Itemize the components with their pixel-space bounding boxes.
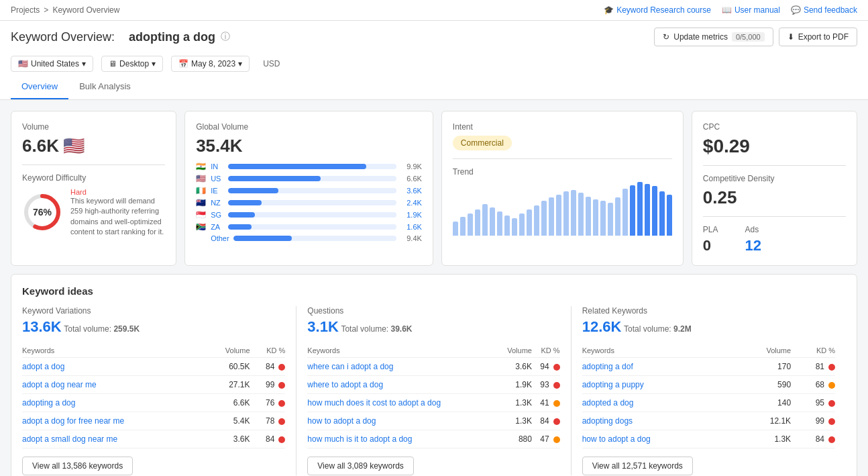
kw-link[interactable]: where to adopt a dog bbox=[307, 380, 383, 389]
bar-value: 1.6K bbox=[400, 223, 422, 231]
trend-bar bbox=[622, 189, 628, 236]
bar-fill bbox=[228, 200, 262, 205]
global-bar-row: 🇿🇦 ZA 1.6K bbox=[196, 222, 422, 232]
bar-value: 6.6K bbox=[400, 175, 422, 183]
country-code[interactable]: US bbox=[211, 175, 224, 183]
breadcrumb: Projects > Keyword Overview bbox=[11, 5, 119, 15]
col-header-vol: Volume bbox=[736, 344, 791, 358]
kw-cell: how to adopt a dog bbox=[307, 412, 496, 430]
bar-track bbox=[233, 236, 396, 241]
kd-cell: 94 bbox=[532, 358, 560, 376]
kd-dot-icon bbox=[553, 400, 560, 407]
kw-link[interactable]: adopting a puppy bbox=[582, 380, 644, 389]
country-filter[interactable]: 🇺🇸 United States ▾ bbox=[11, 56, 93, 72]
kd-dot-icon bbox=[553, 436, 560, 443]
kd-dot-icon bbox=[828, 436, 835, 443]
col-count[interactable]: 12.6K bbox=[582, 318, 622, 335]
kw-table: Keywords Volume KD % where can i adopt a… bbox=[307, 344, 559, 448]
chevron-down-icon: ▾ bbox=[82, 59, 86, 68]
update-count: 0/5,000 bbox=[732, 32, 765, 42]
col-header-kd: KD % bbox=[250, 344, 286, 358]
chevron-down-icon: ▾ bbox=[238, 59, 242, 68]
top-links: 🎓 Keyword Research course 📖 User manual … bbox=[604, 5, 857, 15]
kw-link[interactable]: adopting a dof bbox=[582, 362, 633, 371]
volume-value: 6.6K 🇺🇸 bbox=[22, 136, 165, 156]
tabs: Overview Bulk Analysis bbox=[11, 76, 857, 99]
tab-overview[interactable]: Overview bbox=[11, 76, 68, 99]
keyword-ideas-section: Keyword ideas Keyword Variations 13.6K T… bbox=[11, 274, 857, 476]
kd-cell: 68 bbox=[791, 376, 835, 394]
table-row: how much is it to adopt a dog 880 47 bbox=[307, 430, 559, 448]
kw-link[interactable]: adopting a dog bbox=[22, 398, 75, 408]
user-manual-link[interactable]: 📖 User manual bbox=[722, 5, 780, 15]
bar-value: 3.6K bbox=[400, 187, 422, 195]
kw-link[interactable]: how much does it cost to adopt a dog bbox=[307, 398, 441, 408]
vol-cell: 60.5K bbox=[206, 358, 250, 376]
pla-item: PLA 0 bbox=[703, 225, 718, 254]
kw-cell: where to adopt a dog bbox=[307, 376, 496, 394]
country-code[interactable]: IN bbox=[211, 162, 224, 171]
kw-link[interactable]: where can i adopt a dog bbox=[307, 362, 393, 371]
kw-link[interactable]: how to adopt a dog bbox=[582, 434, 651, 444]
trend-bar bbox=[490, 207, 495, 236]
bar-track bbox=[228, 224, 396, 230]
col-header-kd: KD % bbox=[791, 344, 835, 358]
device-filter[interactable]: 🖥 Desktop ▾ bbox=[101, 56, 163, 72]
tab-bulk-analysis[interactable]: Bulk Analysis bbox=[68, 76, 142, 99]
country-code[interactable]: SG bbox=[211, 211, 224, 219]
trend-bar bbox=[652, 186, 657, 236]
col-count[interactable]: 13.6K bbox=[22, 318, 62, 335]
kw-cell: adopting dogs bbox=[582, 412, 736, 430]
kw-link[interactable]: adopting dogs bbox=[582, 416, 633, 426]
breadcrumb-projects[interactable]: Projects bbox=[11, 5, 40, 15]
export-pdf-button[interactable]: ⬇ Export to PDF bbox=[779, 28, 857, 46]
kw-link[interactable]: how much is it to adopt a dog bbox=[307, 434, 412, 444]
view-all-related-button[interactable]: View all 12,571 keywords bbox=[582, 457, 693, 475]
table-row: adopting a dof 170 81 bbox=[582, 358, 835, 376]
kd-dot-icon bbox=[278, 436, 285, 443]
table-row: how much does it cost to adopt a dog 1.3… bbox=[307, 394, 559, 412]
country-code[interactable]: NZ bbox=[211, 199, 224, 207]
kw-link[interactable]: adopted a dog bbox=[582, 398, 634, 408]
kw-link[interactable]: adopt a dog near me bbox=[22, 380, 97, 389]
col-header-kd: KD % bbox=[532, 344, 560, 358]
date-filter[interactable]: 📅 May 8, 2023 ▾ bbox=[171, 56, 250, 72]
vol-cell: 27.1K bbox=[206, 376, 250, 394]
kd-value: 76% bbox=[33, 207, 52, 218]
kw-cell: adopting a dof bbox=[582, 358, 736, 376]
trend-bar bbox=[556, 195, 561, 236]
ideas-grid: Keyword Variations 13.6K Total volume: 2… bbox=[22, 306, 846, 475]
pla-value: 0 bbox=[703, 237, 718, 254]
bar-fill bbox=[228, 224, 252, 230]
view-all-variations-button[interactable]: View all 13,586 keywords bbox=[22, 457, 133, 475]
vol-cell: 3.6K bbox=[206, 430, 250, 448]
country-code[interactable]: ZA bbox=[211, 223, 224, 231]
keyword-research-course-link[interactable]: 🎓 Keyword Research course bbox=[604, 5, 711, 15]
update-metrics-button[interactable]: ↻ Update metrics 0/5,000 bbox=[654, 28, 773, 46]
global-bar-row: 🇺🇸 US 6.6K bbox=[196, 174, 422, 183]
comp-density-value: 0.25 bbox=[703, 187, 846, 208]
intent-badge: Commercial bbox=[453, 136, 512, 150]
view-all-questions-button[interactable]: View all 3,089 keywords bbox=[307, 457, 414, 475]
table-row: how to adopt a dog 1.3K 84 bbox=[307, 412, 559, 430]
ads-label: Ads bbox=[745, 225, 761, 234]
kw-cell: adopt a dog near me bbox=[22, 376, 206, 394]
top-bar: Projects > Keyword Overview 🎓 Keyword Re… bbox=[0, 0, 868, 21]
kw-cell: where can i adopt a dog bbox=[307, 358, 496, 376]
intent-card: Intent Commercial Trend bbox=[441, 111, 684, 266]
kw-link[interactable]: adopt a dog bbox=[22, 362, 64, 371]
kw-link[interactable]: how to adopt a dog bbox=[307, 416, 376, 426]
trend-bar bbox=[468, 213, 473, 236]
col-count[interactable]: 3.1K bbox=[307, 318, 338, 335]
country-code[interactable]: IE bbox=[211, 187, 224, 195]
kw-link[interactable]: adopt a small dog near me bbox=[22, 434, 117, 444]
kd-dot-icon bbox=[828, 382, 835, 389]
info-icon[interactable]: ⓘ bbox=[221, 31, 230, 43]
ads-item: Ads 12 bbox=[745, 225, 761, 254]
kw-link[interactable]: adopt a dog for free near me bbox=[22, 416, 124, 426]
send-feedback-link[interactable]: 💬 Send feedback bbox=[791, 5, 857, 15]
vol-cell: 1.3K bbox=[497, 412, 532, 430]
kd-dot-icon bbox=[278, 400, 285, 407]
volume-card: Volume 6.6K 🇺🇸 Keyword Difficulty 76% Ha… bbox=[11, 111, 176, 266]
col-volume: Total volume: 39.6K bbox=[341, 324, 412, 334]
